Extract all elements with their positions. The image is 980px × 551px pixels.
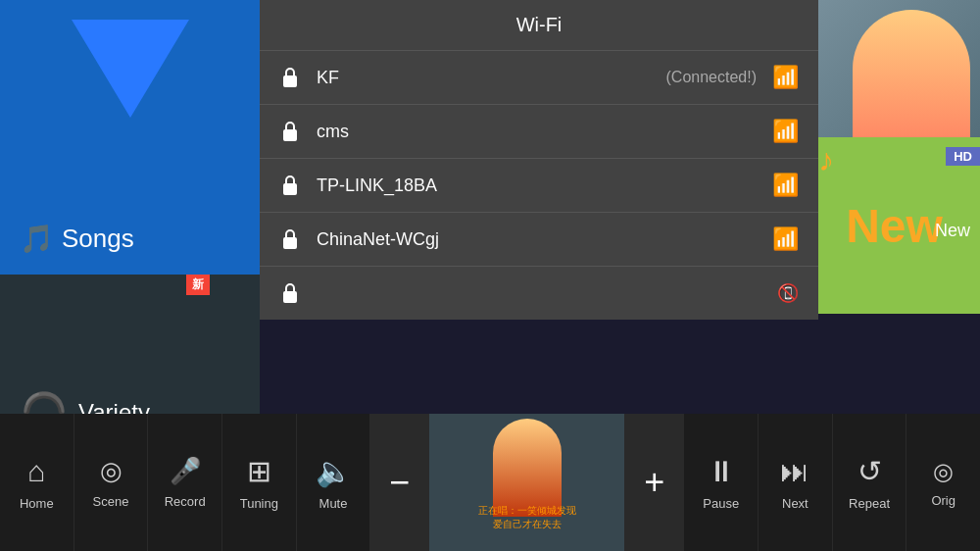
wifi-network-item[interactable]: ChinaNet-WCgj 📶 (260, 213, 818, 267)
svg-rect-1 (283, 129, 297, 141)
wifi-dialog: Wi-Fi KF (Connected!) 📶 cms 📶 (260, 0, 818, 320)
pause-label: Pause (703, 496, 739, 511)
next-label: Next (782, 496, 808, 511)
next-icon: ⏭ (780, 455, 809, 488)
wifi-signal-icon: 📶 (772, 65, 799, 90)
wifi-network-item[interactable]: TP-LINK_18BA 📶 (260, 159, 818, 213)
tuning-icon: ⊞ (247, 454, 271, 488)
wifi-title: Wi-Fi (260, 0, 818, 51)
wifi-signal-icon: 📶 (772, 226, 799, 252)
minus-icon: − (389, 462, 410, 503)
wifi-network-list: KF (Connected!) 📶 cms 📶 TP-LINK_18BA 📶 (260, 51, 818, 320)
repeat-icon: ↺ (858, 454, 882, 488)
repeat-label: Repeat (849, 496, 890, 511)
mute-label: Mute (319, 496, 348, 511)
songs-tile[interactable]: 🎵 Songs (0, 0, 260, 275)
wifi-signal-icon: 📶 (772, 119, 799, 144)
wifi-network-name: TP-LINK_18BA (317, 175, 772, 196)
scene-icon: ◎ (100, 456, 122, 486)
music-note-icon: ♪ (818, 142, 834, 178)
photo-tile[interactable] (808, 0, 980, 137)
bottom-bar: ⌂ Home ◎ Scene 🎤 Record ⊞ Tuning 🔈 Mute … (0, 414, 980, 551)
wifi-network-item[interactable]: 📵 (260, 267, 818, 320)
new-sub-text: New (935, 221, 970, 240)
player-person (493, 419, 562, 517)
wifi-network-name: KF (317, 68, 666, 88)
home-icon: ⌂ (27, 455, 45, 488)
hd-label: HD (954, 149, 972, 164)
person-image (853, 10, 970, 137)
pause-button[interactable]: ⏸ Pause (684, 414, 759, 551)
lock-icon (279, 226, 301, 252)
lock-icon (279, 119, 301, 144)
orig-button[interactable]: ◎ Orig (906, 414, 980, 551)
wifi-network-name: cms (317, 122, 772, 142)
repeat-button[interactable]: ↺ Repeat (833, 414, 907, 551)
svg-rect-3 (283, 237, 297, 249)
songs-label: Songs (62, 224, 134, 254)
new-label: New (846, 200, 943, 252)
plus-icon: + (644, 462, 664, 503)
orig-label: Orig (931, 493, 956, 508)
lock-icon (279, 173, 301, 198)
music-icon: 🎵 (20, 223, 54, 255)
pause-icon: ⏸ (707, 455, 736, 488)
wifi-signal-icon: 📶 (772, 173, 799, 198)
svg-rect-2 (283, 183, 297, 195)
home-button[interactable]: ⌂ Home (0, 414, 74, 551)
minus-button[interactable]: − (370, 414, 429, 551)
wifi-signal-icon: 📵 (777, 282, 799, 304)
hd-badge: HD (946, 147, 980, 166)
wifi-network-name: ChinaNet-WCgj (317, 229, 772, 250)
wifi-network-item[interactable]: cms 📶 (260, 105, 818, 159)
next-button[interactable]: ⏭ Next (759, 414, 833, 551)
record-label: Record (165, 494, 206, 509)
home-label: Home (20, 496, 54, 511)
scene-button[interactable]: ◎ Scene (74, 414, 149, 551)
mute-icon: 🔈 (316, 454, 352, 488)
svg-rect-4 (283, 291, 297, 303)
player-center[interactable]: 正在唱：一笑倾城发现爱自己才在失去 (429, 414, 625, 551)
wifi-network-item[interactable]: KF (Connected!) 📶 (260, 51, 818, 105)
variety-new-badge: 新 (186, 275, 210, 295)
songs-triangle (72, 20, 189, 118)
plus-button[interactable]: + (625, 414, 684, 551)
svg-rect-0 (283, 75, 297, 87)
record-button[interactable]: 🎤 Record (148, 414, 222, 551)
record-icon: 🎤 (170, 456, 201, 486)
new-sub-label: New (935, 221, 970, 241)
wifi-connected-status: (Connected!) (666, 69, 758, 86)
player-subtitle: 正在唱：一笑倾城发现爱自己才在失去 (429, 504, 624, 531)
orig-icon: ◎ (933, 458, 954, 485)
lock-icon (279, 65, 301, 90)
lock-icon (279, 280, 301, 306)
tuning-button[interactable]: ⊞ Tuning (222, 414, 297, 551)
tuning-label: Tuning (240, 496, 278, 511)
scene-label: Scene (93, 494, 129, 509)
mute-button[interactable]: 🔈 Mute (297, 414, 371, 551)
